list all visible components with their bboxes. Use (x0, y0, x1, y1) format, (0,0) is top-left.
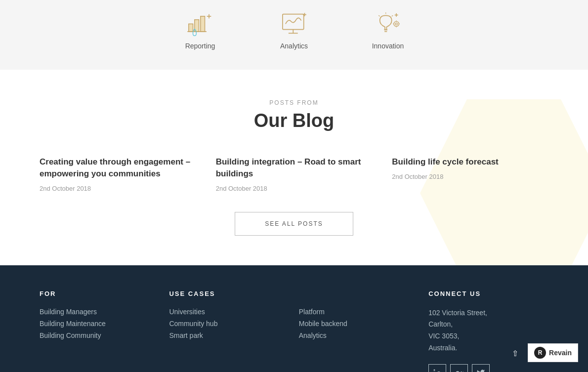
svg-line-17 (392, 15, 393, 16)
svg-line-18 (378, 15, 380, 16)
innovation-icon-item: Innovation (371, 10, 405, 50)
analytics-label: Analytics (280, 42, 308, 50)
blog-posts-grid: Creating value through engagement – empo… (40, 156, 548, 192)
footer-platform-links: Platform Mobile backend Analytics (299, 307, 399, 340)
footer-for-link-3[interactable]: Building Community (40, 331, 139, 340)
reporting-icon (183, 10, 217, 37)
footer-for-link-1[interactable]: Building Managers (40, 307, 139, 316)
analytics-icon (277, 10, 311, 37)
footer-use-cases-link-1[interactable]: Universities (169, 307, 269, 316)
blog-post-2-date: 2nd October 2018 (216, 185, 373, 192)
see-all-button-wrap: SEE ALL POSTS (40, 212, 548, 236)
blog-post-2-title[interactable]: Building integration – Road to smart bui… (216, 156, 373, 180)
blog-title: Our Blog (40, 110, 548, 131)
blog-post-3: Building life cycle forecast 2nd October… (392, 156, 548, 192)
revain-badge[interactable]: R Revain (528, 343, 578, 362)
see-all-posts-button[interactable]: SEE ALL POSTS (235, 212, 353, 236)
svg-point-21 (394, 21, 399, 26)
posts-from-label: POSTS FROM (40, 99, 548, 106)
footer-platform-link-2[interactable]: Mobile backend (299, 319, 399, 328)
blog-post-1-date: 2nd October 2018 (40, 185, 196, 192)
footer-for-link-2[interactable]: Building Maintenance (40, 319, 139, 328)
footer-platform-link-3[interactable]: Analytics (299, 331, 399, 340)
footer-for-heading: FOR (40, 290, 139, 297)
blog-post-1-title[interactable]: Creating value through engagement – empo… (40, 156, 196, 180)
svg-rect-5 (195, 20, 199, 31)
footer-platform-col: PLATFORM Platform Mobile backend Analyti… (299, 290, 399, 372)
scroll-top-button[interactable]: ⇧ (506, 344, 524, 362)
revain-label: Revain (549, 349, 572, 357)
reporting-icon-item: Reporting (183, 10, 217, 50)
footer: FOR Building Managers Building Maintenan… (0, 265, 588, 372)
svg-point-27 (434, 369, 435, 371)
svg-rect-4 (189, 24, 193, 31)
svg-rect-9 (283, 14, 304, 29)
footer-for-links: Building Managers Building Maintenance B… (40, 307, 139, 340)
blog-title-bold: Blog (293, 110, 334, 131)
blog-section: POSTS FROM Our Blog Creating value throu… (0, 70, 588, 265)
linkedin-icon[interactable] (428, 364, 446, 372)
blog-title-plain: Our (254, 110, 293, 131)
blog-post-1: Creating value through engagement – empo… (40, 156, 196, 192)
revain-icon: R (534, 347, 546, 359)
innovation-label: Innovation (372, 42, 404, 50)
footer-platform-link-1[interactable]: Platform (299, 307, 399, 316)
footer-for-col: FOR Building Managers Building Maintenan… (40, 290, 139, 372)
footer-use-cases-link-2[interactable]: Community hub (169, 319, 269, 328)
icons-section: Reporting Analytics (0, 0, 588, 70)
analytics-icon-item: Analytics (277, 10, 311, 50)
footer-use-cases-col: USE CASES Universities Community hub Sma… (169, 290, 269, 372)
svg-rect-6 (201, 16, 205, 31)
blog-post-3-date: 2nd October 2018 (392, 173, 548, 180)
blog-post-2: Building integration – Road to smart bui… (216, 156, 373, 192)
footer-connect-heading: CONNECT US (428, 290, 548, 297)
footer-use-cases-links: Universities Community hub Smart park (169, 307, 269, 340)
innovation-icon (371, 10, 405, 37)
reporting-label: Reporting (185, 42, 215, 50)
social-icons (428, 364, 548, 372)
twitter-icon[interactable] (472, 364, 490, 372)
footer-use-cases-link-3[interactable]: Smart park (169, 331, 269, 340)
blog-post-3-title[interactable]: Building life cycle forecast (392, 156, 548, 168)
svg-point-22 (395, 23, 397, 25)
footer-use-cases-heading: USE CASES (169, 290, 269, 297)
medium-icon[interactable] (450, 364, 468, 372)
footer-top: FOR Building Managers Building Maintenan… (40, 290, 548, 372)
